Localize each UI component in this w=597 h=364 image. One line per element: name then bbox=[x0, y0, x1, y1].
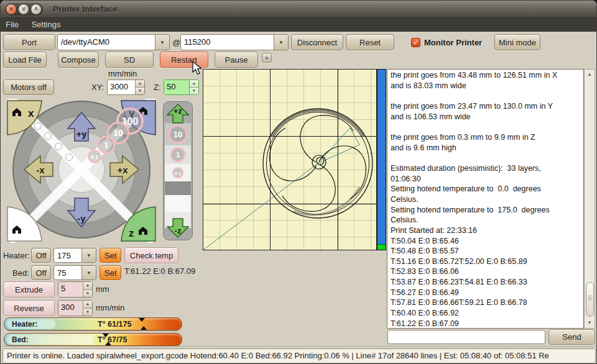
xy-speed-spin-buttons[interactable]: ▲ ▼ bbox=[135, 80, 144, 94]
spin-down-icon[interactable]: ▼ bbox=[83, 290, 92, 298]
extrude-unit-label: mm bbox=[96, 284, 109, 294]
sd-button[interactable]: SD bbox=[105, 52, 154, 68]
reverse-speed-stepper[interactable]: 300 ▲ ▼ bbox=[58, 300, 93, 316]
window-title: Printer Interface bbox=[53, 4, 118, 14]
heater-temp-value[interactable]: 175 bbox=[54, 248, 81, 262]
check-temp-button[interactable]: Check temp bbox=[124, 247, 178, 263]
maximize-icon[interactable]: ˄ bbox=[30, 4, 42, 15]
status-text: Printer is online. Loaded spiralwheel_ex… bbox=[2, 348, 596, 363]
heater-target-marker bbox=[139, 318, 145, 322]
port-combo-value[interactable]: /dev/ttyACM0 bbox=[58, 35, 155, 50]
home-x-label: x bbox=[28, 107, 34, 119]
add-tab-button[interactable]: + bbox=[262, 53, 272, 63]
z-speed-value[interactable]: 50 bbox=[164, 80, 189, 94]
scroll-down-icon[interactable]: ▼ bbox=[585, 319, 594, 327]
xy-speed-value[interactable]: 3000 bbox=[108, 80, 135, 94]
send-button[interactable]: Send bbox=[548, 329, 595, 345]
heater-label: Heater: bbox=[3, 251, 30, 260]
xy-speed-stepper[interactable]: 3000 ▲ ▼ bbox=[107, 80, 145, 95]
z-jog-01-down-zone[interactable] bbox=[165, 195, 191, 212]
load-file-button[interactable]: Load File bbox=[3, 52, 47, 68]
z-speed-spin-buttons[interactable]: ▲ ▼ bbox=[189, 80, 198, 94]
motors-off-button[interactable]: Motors off bbox=[3, 80, 54, 95]
minimize-icon[interactable]: ˅ bbox=[18, 4, 29, 15]
temp-reading: T:61.22 E:0 B:67.09 bbox=[124, 266, 195, 276]
monitor-printer-label: Monitor Printer bbox=[424, 38, 482, 47]
pause-button[interactable]: Pause bbox=[215, 52, 258, 68]
bed-temp-combo[interactable]: 75 ▼ bbox=[53, 265, 96, 280]
heater-off-button[interactable]: Off bbox=[31, 248, 51, 263]
extrude-amount-stepper[interactable]: 5 ▲ ▼ bbox=[58, 281, 93, 298]
reverse-spin-buttons[interactable]: ▲ ▼ bbox=[83, 301, 92, 316]
feed-units-label: mm/min bbox=[100, 69, 145, 78]
gcode-viewer[interactable] bbox=[203, 69, 377, 250]
bed-set-button[interactable]: Set bbox=[100, 265, 121, 280]
port-combo[interactable]: /dev/ttyACM0 ▼ bbox=[57, 34, 170, 50]
print-progress-bar bbox=[377, 69, 386, 250]
print-progress-done bbox=[377, 244, 386, 250]
chevron-down-icon[interactable]: ▼ bbox=[81, 248, 96, 262]
chevron-down-icon[interactable]: ▼ bbox=[81, 266, 96, 280]
grid-minor bbox=[203, 69, 377, 250]
bed-off-button[interactable]: Off bbox=[31, 265, 51, 280]
menu-settings[interactable]: Settings bbox=[26, 18, 65, 31]
mini-mode-button[interactable]: Mini mode bbox=[494, 34, 540, 50]
port-button[interactable]: Port bbox=[3, 34, 55, 50]
reverse-unit-label: mm/min bbox=[96, 303, 124, 312]
extrude-spin-buttons[interactable]: ▲ ▼ bbox=[83, 282, 92, 297]
baud-combo[interactable]: 115200 ▼ bbox=[180, 34, 289, 50]
scroll-up-icon[interactable]: ▲ bbox=[585, 70, 594, 79]
monitor-printer-checkbox[interactable]: ✓ bbox=[411, 38, 420, 47]
bed-current-marker bbox=[105, 342, 111, 345]
z-jog-column: +z -z 10 1 0.1 bbox=[163, 101, 193, 240]
jog-01-label: 0.1 bbox=[91, 154, 98, 160]
jog-pad: +y -y -x +x x y z 100 10 1 0.1 bbox=[6, 99, 157, 243]
spin-down-icon[interactable]: ▼ bbox=[83, 309, 92, 316]
heater-temp-combo[interactable]: 175 ▼ bbox=[53, 248, 96, 263]
z-speed-stepper[interactable]: 50 ▲ ▼ bbox=[164, 80, 199, 95]
disconnect-button[interactable]: Disconnect bbox=[291, 34, 343, 50]
spin-up-icon[interactable]: ▲ bbox=[83, 301, 92, 309]
z-10-label: 10 bbox=[174, 130, 182, 139]
jog-minus-z-label: -z bbox=[175, 226, 182, 235]
spin-down-icon[interactable]: ▼ bbox=[190, 88, 198, 94]
log-output[interactable]: the print goes from 43.48 mm to 126.51 m… bbox=[387, 69, 584, 329]
log-scrollbar[interactable]: ▲ ▼ bbox=[584, 69, 595, 329]
spin-down-icon[interactable]: ▼ bbox=[136, 88, 144, 94]
chevron-down-icon[interactable]: ▼ bbox=[155, 35, 169, 50]
title-bar: ✕ ˅ ˄ Printer Interface bbox=[1, 1, 596, 18]
heater-set-button[interactable]: Set bbox=[100, 248, 121, 263]
at-label: @ bbox=[172, 38, 180, 47]
jog-1-label: 1 bbox=[104, 141, 109, 150]
reset-button[interactable]: Reset bbox=[346, 34, 394, 50]
spin-up-icon[interactable]: ▲ bbox=[136, 80, 144, 88]
extrude-amount-value[interactable]: 5 bbox=[58, 282, 83, 297]
reverse-button[interactable]: Reverse bbox=[3, 300, 55, 316]
compose-button[interactable]: Compose bbox=[58, 52, 99, 68]
spin-up-icon[interactable]: ▲ bbox=[190, 80, 198, 88]
reverse-speed-value[interactable]: 300 bbox=[58, 301, 83, 316]
extrude-button[interactable]: Extrude bbox=[3, 281, 55, 298]
bed-label: Bed: bbox=[12, 268, 29, 278]
heater-gauge: Heater: T° 61/175 bbox=[4, 317, 182, 330]
chevron-down-icon[interactable]: ▼ bbox=[274, 35, 288, 50]
baud-combo-value[interactable]: 115200 bbox=[181, 35, 274, 50]
z-1-label: 1 bbox=[176, 151, 180, 158]
close-icon[interactable]: ✕ bbox=[6, 4, 17, 15]
spin-up-icon[interactable]: ▲ bbox=[83, 282, 92, 290]
gcode-command-input[interactable] bbox=[387, 330, 545, 344]
bed-temp-value[interactable]: 75 bbox=[54, 266, 81, 280]
menu-bar: File Settings bbox=[1, 18, 596, 32]
status-bar: Printer is online. Loaded spiralwheel_ex… bbox=[1, 346, 596, 364]
bed-target-marker bbox=[103, 334, 109, 337]
heater-current-marker bbox=[141, 326, 147, 330]
jog-minus-x-label: -x bbox=[36, 165, 45, 175]
jog-plus-y-label: +y bbox=[76, 129, 87, 139]
mouse-cursor bbox=[192, 61, 203, 76]
jog-plus-z-label: +z bbox=[174, 106, 183, 116]
window-buttons: ✕ ˅ ˄ bbox=[5, 3, 44, 16]
z-speed-label: Z: bbox=[154, 83, 161, 92]
menu-file[interactable]: File bbox=[1, 18, 24, 31]
app-window: ✕ ˅ ˄ Printer Interface File Settings Po… bbox=[0, 0, 597, 364]
scrollbar-thumb[interactable] bbox=[586, 282, 594, 317]
